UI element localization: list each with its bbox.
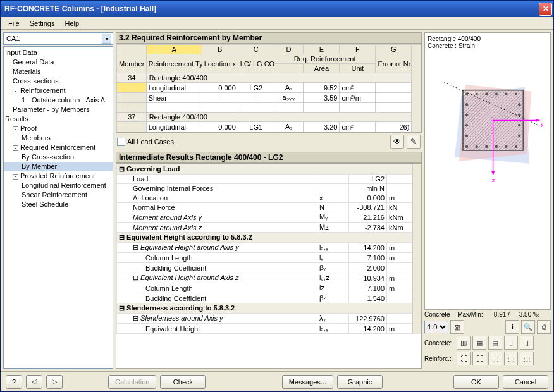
tree-materials[interactable]: Materials: [4, 67, 113, 77]
svg-point-18: [465, 134, 468, 137]
menu-settings[interactable]: Settings: [25, 18, 60, 28]
svg-text:z: z: [492, 177, 495, 183]
menu-help[interactable]: Help: [59, 18, 84, 28]
svg-marker-28: [491, 171, 495, 175]
check-button[interactable]: Check: [160, 375, 206, 389]
messages-button[interactable]: Messages...: [282, 375, 333, 389]
close-button[interactable]: ✕: [539, 3, 552, 16]
reinf-view-2[interactable]: ⛶: [472, 352, 486, 365]
reinf-view-4[interactable]: ⬚: [504, 352, 518, 365]
eye-icon[interactable]: 👁: [390, 135, 404, 149]
svg-point-13: [505, 145, 507, 148]
concrete-view-2[interactable]: ▦: [472, 336, 486, 350]
tree-prov-reinf[interactable]: -Provided Reinforcement: [4, 171, 113, 181]
svg-point-15: [465, 103, 468, 106]
tree-req-reinf[interactable]: -Required Reinforcement: [4, 143, 113, 152]
hatch-icon[interactable]: ▧: [450, 320, 464, 334]
scrollbar[interactable]: [412, 45, 421, 132]
tree-shear-reinf[interactable]: Shear Reinforcement: [4, 190, 113, 200]
diag-subtitle: Concrete : Strain: [428, 42, 548, 49]
svg-point-9: [465, 145, 468, 148]
svg-point-6: [495, 93, 498, 95]
tree-by-member[interactable]: By Member: [4, 162, 113, 171]
menu-file[interactable]: File: [3, 18, 25, 28]
concrete-view-4[interactable]: ▯: [504, 336, 518, 350]
section-diagram[interactable]: Rectangle 400/400 Concrete : Strain y z: [424, 32, 551, 310]
tree-members[interactable]: Members: [4, 133, 113, 143]
info-icon[interactable]: ℹ: [505, 320, 519, 334]
tree-results[interactable]: Results: [4, 114, 113, 124]
tree-cross-sections[interactable]: Cross-sections: [4, 77, 113, 86]
minus-icon[interactable]: -: [13, 174, 18, 180]
chevron-down-icon[interactable]: ▾: [102, 34, 111, 44]
menu-bar: File Settings Help: [1, 17, 553, 30]
tree-by-cross[interactable]: By Cross-section: [4, 152, 113, 162]
concrete-view-5[interactable]: ▯: [520, 336, 534, 350]
title-bar: RF-CONCRETE Columns - [Industrial Hall] …: [1, 1, 553, 17]
case-combo[interactable]: CA1 ▾: [3, 32, 113, 45]
reinf-view-1[interactable]: ⛶: [457, 352, 471, 365]
svg-text:y: y: [541, 121, 544, 127]
ok-button[interactable]: OK: [453, 375, 499, 389]
svg-point-4: [476, 93, 478, 95]
print-icon[interactable]: ⎙: [537, 320, 551, 334]
table-row[interactable]: Shear--aₛᵥᵥ3.59cm²/m: [117, 93, 421, 103]
calculation-button: Calculation: [108, 375, 156, 389]
case-value: CA1: [6, 35, 102, 42]
svg-point-12: [495, 145, 498, 148]
cancel-button[interactable]: Cancel: [503, 375, 548, 389]
svg-point-22: [518, 134, 520, 137]
tree-general-data[interactable]: General Data: [4, 58, 113, 67]
svg-point-17: [465, 124, 468, 126]
reinf-view-3[interactable]: ⬚: [488, 352, 502, 365]
window-title: RF-CONCRETE Columns - [Industrial Hall]: [4, 4, 538, 13]
tree-param-members[interactable]: Parameter - by Members: [4, 105, 113, 114]
svg-point-5: [485, 93, 488, 95]
tree-input-data[interactable]: Input Data: [4, 48, 113, 58]
main-grid[interactable]: ABCDEFG Member NoReinforcement TypeLocat…: [116, 44, 422, 133]
minus-icon[interactable]: -: [13, 126, 18, 132]
tree-proof[interactable]: -Proof: [4, 124, 113, 133]
intermediate-title: Intermediate Results Rectangle 400/400 -…: [116, 152, 422, 163]
diag-title: Rectangle 400/400: [428, 35, 548, 42]
dropper-icon[interactable]: ✎: [407, 135, 421, 149]
svg-point-20: [518, 114, 520, 116]
minus-icon[interactable]: -: [13, 145, 18, 151]
next-icon[interactable]: ▷: [46, 375, 63, 389]
svg-point-7: [505, 93, 507, 95]
prev-icon[interactable]: ◁: [26, 375, 42, 389]
concrete-view-3[interactable]: ▤: [488, 336, 502, 350]
zoom-icon[interactable]: 🔍: [521, 320, 535, 334]
tree-reinf-1[interactable]: 1 - Outside column - Axis A: [4, 95, 113, 105]
table-row[interactable]: [117, 103, 421, 113]
reinf-view-5[interactable]: ⬚: [520, 352, 534, 365]
svg-point-21: [518, 124, 520, 126]
section-title: 3.2 Required Reinforcement by Member: [116, 32, 422, 44]
scrollbar[interactable]: [412, 164, 421, 334]
help-icon[interactable]: ?: [6, 375, 22, 389]
svg-marker-25: [536, 119, 539, 122]
concrete-view-1[interactable]: ▥: [457, 336, 471, 350]
table-row[interactable]: Longitudinal0.000LG2Aₛ9.52cm²: [117, 83, 421, 93]
concrete-maxmin: Concrete Max/Min: 8.91 / -3.50 ‰: [424, 311, 551, 318]
minus-icon[interactable]: -: [13, 89, 18, 94]
svg-point-16: [465, 114, 468, 116]
svg-point-14: [515, 145, 517, 148]
svg-point-8: [515, 93, 517, 95]
svg-point-10: [476, 145, 478, 148]
all-load-cases-checkbox[interactable]: All Load Cases: [117, 138, 174, 146]
svg-point-11: [485, 145, 488, 148]
table-row[interactable]: Longitudinal0.000LG1Aₛ3.20cm²26): [117, 122, 421, 132]
svg-point-19: [518, 103, 520, 106]
intermediate-grid[interactable]: ⊟ Governing Load LoadLG2 Governing Inter…: [116, 163, 422, 369]
tree-steel-sched[interactable]: Steel Schedule: [4, 200, 113, 209]
scale-spinner[interactable]: 1.0: [424, 321, 448, 333]
navigation-tree[interactable]: Input Data General Data Materials Cross-…: [3, 46, 113, 369]
graphic-button[interactable]: Graphic: [337, 375, 383, 389]
tree-reinforcement[interactable]: -Reinforcement: [4, 86, 113, 95]
tree-long-reinf[interactable]: Longitudinal Reinforcement: [4, 181, 113, 190]
